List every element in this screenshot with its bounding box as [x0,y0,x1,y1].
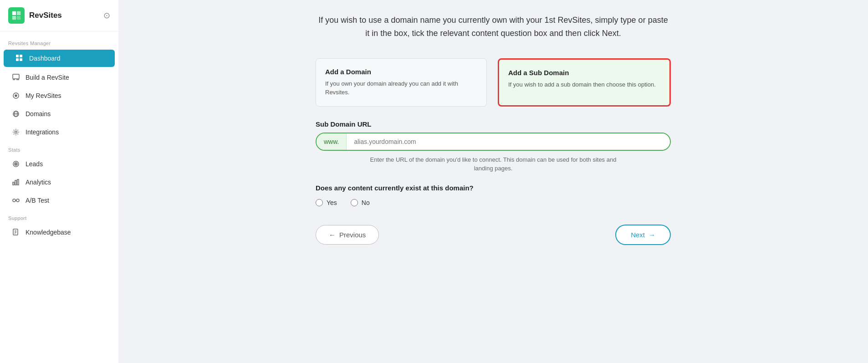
svg-rect-7 [20,58,22,61]
svg-rect-21 [15,180,16,185]
svg-rect-8 [13,74,19,79]
globe-icon [12,110,20,118]
content-radio-group: Yes No [316,199,671,206]
svg-rect-2 [12,16,16,20]
previous-button-label: Previous [339,231,366,239]
svg-rect-5 [20,55,22,57]
svg-rect-1 [17,11,20,15]
radio-yes-label: Yes [327,199,337,206]
target-leads-icon [12,160,20,168]
grid-icon [15,54,24,62]
next-button[interactable]: Next → [615,225,671,245]
sidebar-item-dashboard[interactable]: Dashboard [7,50,111,67]
add-domain-card-title: Add a Domain [325,68,477,76]
main-inner: If you wish to use a domain name you cur… [118,0,868,363]
sidebar-item-knowledgebase[interactable]: Knowledgebase [4,224,115,241]
svg-rect-0 [12,11,16,15]
page-heading: If you wish to use a domain name you cur… [316,14,671,40]
sidebar-item-my-revsites[interactable]: My RevSites [4,87,115,104]
nav-item-dashboard-wrapper: Dashboard [4,50,115,67]
sidebar: RevSites ⊙ Revsites Manager Dashboard [0,0,118,363]
sidebar-item-my-revsites-label: My RevSites [26,92,61,99]
sidebar-nav: Revsites Manager Dashboard [0,31,118,363]
svg-rect-6 [16,58,19,61]
arrow-left-icon: ← [329,231,336,239]
radio-option-yes[interactable]: Yes [316,199,337,206]
add-subdomain-card-desc: If you wish to add a sub domain then cho… [508,80,660,89]
subdomain-prefix: www. [317,133,347,150]
edit-icon [12,73,20,82]
add-subdomain-card[interactable]: Add a Sub Domain If you wish to add a su… [498,58,671,107]
sidebar-item-build-revsite[interactable]: Build a RevSite [4,69,115,86]
radio-no[interactable] [351,199,358,206]
section-label-support: Support [0,210,118,223]
radio-no-label: No [362,199,370,206]
svg-rect-22 [17,179,19,185]
main-content: If you wish to use a domain name you cur… [118,0,868,363]
svg-point-19 [15,164,16,164]
subdomain-hint: Enter the URL of the domain you'd like t… [316,155,671,173]
svg-point-24 [16,199,19,202]
app-logo [8,7,25,24]
footer-nav: ← Previous Next → [316,225,671,254]
domain-cards-row: Add a Domain If you own your domain alre… [316,58,671,107]
svg-rect-20 [13,182,14,185]
previous-button[interactable]: ← Previous [316,225,379,245]
sidebar-item-dashboard-label: Dashboard [29,55,61,62]
subdomain-input-wrapper: www. [316,133,671,151]
target-icon[interactable]: ⊙ [103,10,110,20]
sidebar-item-integrations[interactable]: Integrations [4,123,115,141]
sidebar-item-knowledgebase-label: Knowledgebase [26,229,71,236]
ab-icon [12,196,20,205]
sidebar-item-domains[interactable]: Domains [4,105,115,123]
sidebar-item-analytics[interactable]: Analytics [4,174,115,191]
circle-icon [12,92,20,100]
sidebar-item-leads-label: Leads [26,160,43,168]
section-label-manager: Revsites Manager [0,35,118,48]
add-domain-card-desc: If you own your domain already you can a… [325,79,477,97]
content-question-label: Does any content currently exist at this… [316,184,671,192]
file-icon [12,228,20,236]
add-subdomain-card-title: Add a Sub Domain [508,69,660,77]
bar-chart-icon [12,178,20,186]
sidebar-item-integrations-label: Integrations [26,128,59,136]
sidebar-item-leads[interactable]: Leads [4,155,115,173]
radio-yes[interactable] [316,199,323,206]
sidebar-item-build-revsite-label: Build a RevSite [26,74,69,81]
svg-point-12 [15,95,17,97]
sidebar-header: RevSites ⊙ [0,0,118,31]
svg-point-23 [13,199,15,202]
gear-icon [12,128,20,136]
form-area: Sub Domain URL www. Enter the URL of the… [316,120,671,254]
svg-point-16 [15,131,17,133]
next-button-label: Next [631,231,645,239]
svg-rect-3 [17,16,20,20]
sidebar-item-domains-label: Domains [26,110,51,118]
sidebar-item-analytics-label: Analytics [26,179,51,186]
svg-rect-4 [16,55,19,57]
sidebar-item-ab-test-label: A/B Test [26,197,49,204]
subdomain-input[interactable] [347,133,670,150]
subdomain-url-label: Sub Domain URL [316,120,671,128]
sidebar-item-ab-test[interactable]: A/B Test [4,192,115,209]
brand-name: RevSites [29,11,62,20]
arrow-right-icon: → [648,231,655,239]
add-domain-card[interactable]: Add a Domain If you own your domain alre… [316,58,487,107]
section-label-stats: Stats [0,142,118,154]
radio-option-no[interactable]: No [351,199,370,206]
